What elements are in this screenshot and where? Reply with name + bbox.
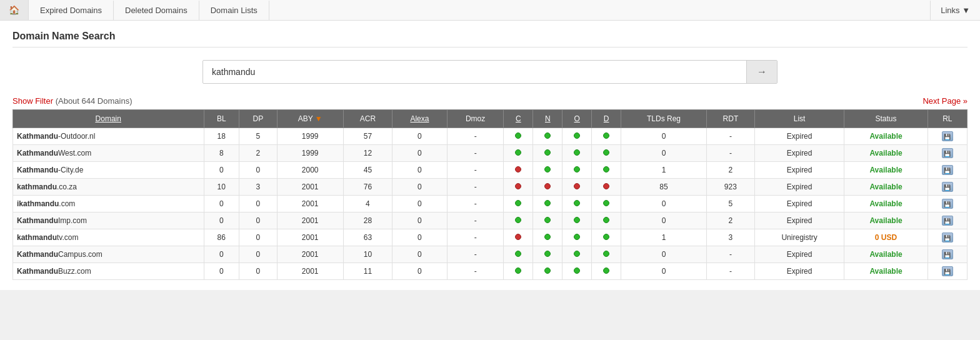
col-tlds-reg[interactable]: TLDs Reg	[621, 110, 707, 128]
aby-cell: 2001	[277, 263, 343, 280]
rl-cell[interactable]: 💾	[928, 246, 967, 263]
status-dot-red	[515, 183, 521, 189]
rl-cell[interactable]: 💾	[928, 263, 967, 280]
col-dp[interactable]: DP	[239, 110, 278, 128]
search-button[interactable]: →	[746, 61, 777, 83]
col-n[interactable]: N	[533, 110, 562, 128]
col-d[interactable]: D	[592, 110, 621, 128]
status-cell[interactable]: 0 USD	[844, 229, 928, 246]
domain-cell[interactable]: KathmanduWest.com	[13, 145, 204, 162]
status-cell[interactable]: Available	[844, 145, 928, 162]
domain-cell[interactable]: kathmandutv.com	[13, 229, 204, 246]
aby-cell: 2001	[277, 196, 343, 212]
tab-expired-domains[interactable]: Expired Domains	[29, 1, 114, 20]
status-cell[interactable]: Available	[844, 162, 928, 179]
domain-cell[interactable]: Kathmandu-Outdoor.nl	[13, 128, 204, 145]
col-c[interactable]: C	[504, 110, 533, 128]
col-rl[interactable]: RL	[928, 110, 967, 128]
list-cell: Expired	[754, 179, 844, 196]
domain-rest: Imp.com	[58, 216, 87, 225]
acr-cell: 28	[343, 212, 392, 229]
status-dot-green	[515, 149, 521, 156]
rl-cell[interactable]: 💾	[928, 179, 967, 196]
list-cell: Expired	[754, 246, 844, 263]
domain-cell[interactable]: kathmandu.co.za	[13, 179, 204, 196]
status-cell[interactable]: Available	[844, 246, 928, 263]
status-cell[interactable]: Available	[844, 128, 928, 145]
col-rdt[interactable]: RDT	[706, 110, 754, 128]
dp-cell: 0	[239, 263, 278, 280]
col-alexa[interactable]: Alexa	[392, 110, 448, 128]
rl-icon[interactable]: 💾	[942, 232, 953, 242]
col-domain[interactable]: Domain	[13, 110, 204, 128]
col-list[interactable]: List	[754, 110, 844, 128]
results-table: Domain BL DP ABY ▼ ACR Alexa Dmoz C N O …	[12, 109, 968, 280]
tlds-reg-cell: 1	[621, 229, 707, 246]
c-cell	[504, 128, 533, 145]
rl-icon[interactable]: 💾	[942, 249, 953, 259]
dmoz-cell: -	[447, 179, 504, 196]
status-badge: Available	[869, 166, 902, 174]
search-input[interactable]	[203, 61, 746, 83]
d-cell	[592, 162, 621, 179]
tab-domain-lists[interactable]: Domain Lists	[199, 1, 269, 20]
dp-cell: 5	[239, 128, 278, 145]
col-bl[interactable]: BL	[204, 110, 239, 128]
status-cell[interactable]: Available	[844, 263, 928, 280]
rl-cell[interactable]: 💾	[928, 162, 967, 179]
rl-cell[interactable]: 💾	[928, 212, 967, 229]
col-aby[interactable]: ABY ▼	[277, 110, 343, 128]
rl-cell[interactable]: 💾	[928, 128, 967, 145]
rl-cell[interactable]: 💾	[928, 229, 967, 246]
domain-cell[interactable]: ikathmandu.com	[13, 196, 204, 212]
rl-cell[interactable]: 💾	[928, 145, 967, 162]
rl-icon[interactable]: 💾	[942, 216, 953, 226]
status-cell[interactable]: Available	[844, 212, 928, 229]
status-badge: Available	[869, 267, 902, 276]
page-title: Domain Name Search	[12, 31, 968, 48]
acr-cell: 12	[343, 145, 392, 162]
status-cell[interactable]: Available	[844, 179, 928, 196]
status-dot-green	[603, 149, 609, 156]
domain-cell[interactable]: KathmanduCampus.com	[13, 246, 204, 263]
c-cell	[504, 162, 533, 179]
acr-cell: 57	[343, 128, 392, 145]
home-button[interactable]: 🏠	[0, 0, 29, 20]
col-status[interactable]: Status	[844, 110, 928, 128]
tab-deleted-domains[interactable]: Deleted Domains	[114, 1, 199, 20]
rl-icon[interactable]: 💾	[942, 131, 953, 141]
links-dropdown-button[interactable]: Links ▼	[930, 1, 980, 20]
rl-icon[interactable]: 💾	[942, 266, 953, 276]
bl-cell: 0	[204, 162, 239, 179]
col-acr[interactable]: ACR	[343, 110, 392, 128]
acr-cell: 76	[343, 179, 392, 196]
show-filter-link[interactable]: Show Filter	[12, 96, 53, 106]
c-cell	[504, 145, 533, 162]
rl-icon[interactable]: 💾	[942, 182, 953, 192]
rl-icon[interactable]: 💾	[942, 148, 953, 158]
status-dot-green	[603, 234, 609, 240]
rl-cell[interactable]: 💾	[928, 196, 967, 212]
status-dot-red	[544, 183, 551, 189]
status-dot-green	[603, 166, 609, 172]
table-row: KathmanduCampus.com 0 0 2001 10 0 - 0 - …	[13, 246, 968, 263]
domain-cell[interactable]: Kathmandu-City.de	[13, 162, 204, 179]
col-dmoz[interactable]: Dmoz	[447, 110, 504, 128]
table-row: KathmanduImp.com 0 0 2001 28 0 - 0 2 Exp…	[13, 212, 968, 229]
alexa-cell: 0	[392, 229, 448, 246]
domain-cell[interactable]: KathmanduImp.com	[13, 212, 204, 229]
col-o[interactable]: O	[562, 110, 592, 128]
status-cell[interactable]: Available	[844, 196, 928, 212]
rl-icon[interactable]: 💾	[942, 199, 953, 209]
domain-cell[interactable]: KathmanduBuzz.com	[13, 263, 204, 280]
tlds-reg-cell: 1	[621, 162, 707, 179]
dp-cell: 2	[239, 145, 278, 162]
next-page-link[interactable]: Next Page »	[922, 96, 968, 106]
domain-rest: -Outdoor.nl	[58, 132, 95, 141]
rl-icon[interactable]: 💾	[942, 165, 953, 175]
status-badge: 0 USD	[875, 233, 897, 242]
c-cell	[504, 196, 533, 212]
status-dot-red	[574, 183, 580, 189]
o-cell	[562, 263, 592, 280]
status-dot-green	[574, 200, 580, 206]
